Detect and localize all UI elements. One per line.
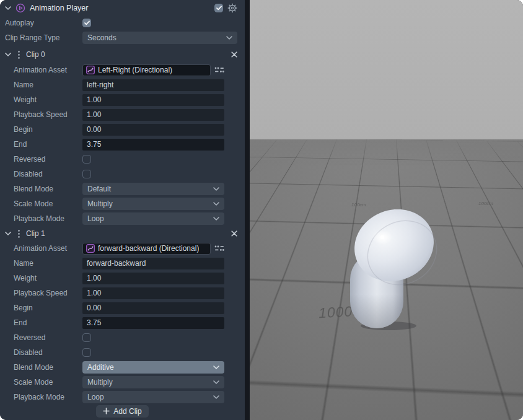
disabled-checkbox[interactable] — [82, 170, 91, 178]
drag-handle-icon[interactable] — [18, 51, 20, 59]
chevron-down-icon — [213, 365, 219, 369]
close-icon[interactable] — [231, 230, 237, 237]
animation-asset-value: forward-backward (Directional) — [98, 244, 199, 253]
clip-section-0: Clip 0 Animation Asset Left-Right (Direc… — [0, 46, 245, 226]
chevron-down-icon — [226, 36, 232, 40]
blend-mode-select[interactable]: Additive — [82, 361, 224, 374]
end-row: End — [0, 137, 245, 152]
scale-mode-value: Multiply — [87, 199, 113, 208]
gear-icon[interactable] — [227, 3, 237, 13]
viewport-sky — [250, 0, 523, 139]
chevron-down-icon — [213, 202, 219, 206]
field-label: Reversed — [14, 155, 82, 164]
animation-asset-field[interactable]: Left-Right (Directional) — [82, 64, 211, 76]
weight-row: Weight — [0, 92, 245, 107]
blend-mode-row: Blend Mode Additive — [0, 360, 245, 375]
app-window: Animation Player Autoplay Clip Range Typ… — [0, 0, 523, 420]
field-label: Name — [14, 259, 82, 268]
reversed-checkbox[interactable] — [82, 155, 91, 164]
animation-asset-field[interactable]: forward-backward (Directional) — [82, 243, 211, 255]
animation-asset-icon — [86, 66, 95, 74]
reversed-row: Reversed — [0, 330, 245, 345]
viewport-3d[interactable]: 100cm 100cm 1000cm — [250, 0, 523, 420]
autoplay-checkbox[interactable] — [82, 19, 91, 27]
field-label: Disabled — [14, 170, 82, 178]
reversed-checkbox[interactable] — [82, 333, 91, 342]
blend-mode-value: Additive — [87, 363, 114, 372]
name-input[interactable] — [82, 258, 224, 269]
field-label: Playback Mode — [14, 214, 82, 223]
end-input[interactable] — [82, 139, 224, 151]
playback-mode-value: Loop — [87, 393, 104, 401]
field-label: Reversed — [14, 333, 82, 342]
scale-mode-value: Multiply — [87, 378, 113, 387]
begin-input[interactable] — [82, 302, 224, 314]
close-icon[interactable] — [231, 51, 237, 58]
disabled-checkbox[interactable] — [82, 348, 91, 357]
clip-range-type-label: Clip Range Type — [5, 33, 82, 42]
horizon-fade — [250, 139, 523, 165]
name-row: Name — [0, 256, 245, 271]
disabled-row: Disabled — [0, 345, 245, 360]
add-clip-button[interactable]: Add Clip — [96, 405, 148, 418]
begin-row: Begin — [0, 300, 245, 315]
drag-handle-icon[interactable] — [18, 230, 20, 238]
clip-range-type-row: Clip Range Type Seconds — [0, 30, 245, 45]
begin-input[interactable] — [82, 124, 224, 136]
scale-mode-select[interactable]: Multiply — [82, 198, 224, 210]
playback-speed-row: Playback Speed — [0, 107, 245, 122]
scale-mode-row: Scale Mode Multiply — [0, 375, 245, 390]
field-label: Playback Speed — [14, 289, 82, 297]
playback-mode-select[interactable]: Loop — [82, 212, 224, 225]
chevron-down-icon — [213, 187, 219, 191]
playback-mode-select[interactable]: Loop — [82, 391, 224, 403]
asset-settings-icon[interactable] — [214, 245, 224, 252]
chevron-down-icon[interactable] — [5, 232, 11, 235]
scale-mode-select[interactable]: Multiply — [82, 376, 224, 388]
clip-range-type-select[interactable]: Seconds — [82, 32, 237, 44]
blend-mode-row: Blend Mode Default — [0, 182, 245, 196]
animation-asset-value: Left-Right (Directional) — [98, 66, 172, 74]
asset-settings-icon[interactable] — [214, 66, 224, 74]
weight-input[interactable] — [82, 94, 224, 106]
begin-row: Begin — [0, 122, 245, 137]
blend-mode-value: Default — [87, 185, 111, 193]
blend-mode-select[interactable]: Default — [82, 183, 224, 195]
clip-0-header: Clip 0 — [0, 46, 245, 63]
chevron-down-icon — [213, 395, 219, 399]
chevron-down-icon — [213, 217, 219, 221]
field-label: Playback Mode — [14, 393, 82, 401]
weight-input[interactable] — [82, 273, 224, 284]
end-input[interactable] — [82, 317, 224, 329]
field-label: Begin — [14, 304, 82, 312]
clip-title: Clip 0 — [26, 50, 45, 59]
playback-speed-input[interactable] — [82, 109, 224, 121]
animation-asset-icon — [86, 244, 95, 253]
panel-title: Animation Player — [30, 4, 89, 12]
field-label: End — [14, 318, 82, 327]
clip-title: Clip 1 — [26, 229, 45, 238]
add-clip-row: Add Clip — [0, 405, 245, 417]
name-input[interactable] — [82, 79, 224, 91]
component-enabled-checkbox[interactable] — [214, 4, 223, 12]
playback-mode-row: Playback Mode Loop — [0, 390, 245, 405]
autoplay-label: Autoplay — [5, 19, 82, 27]
field-label: Weight — [14, 274, 82, 282]
field-label: Playback Speed — [14, 110, 82, 119]
disabled-row: Disabled — [0, 167, 245, 182]
playback-mode-row: Playback Mode Loop — [0, 211, 245, 226]
playback-mode-value: Loop — [87, 214, 104, 223]
field-label: Blend Mode — [14, 363, 82, 372]
add-clip-label: Add Clip — [113, 407, 141, 416]
chevron-down-icon[interactable] — [5, 6, 11, 10]
animation-asset-row: Animation Asset forward-backward (Direct… — [0, 241, 245, 256]
chevron-down-icon[interactable] — [5, 53, 11, 56]
animation-player-panel: Animation Player Autoplay Clip Range Typ… — [0, 0, 245, 420]
panel-resize-divider[interactable] — [245, 0, 250, 420]
chevron-down-icon — [213, 380, 219, 384]
field-label: Animation Asset — [14, 66, 82, 74]
playback-speed-input[interactable] — [82, 287, 224, 299]
page: Animation Player Autoplay Clip Range Typ… — [0, 0, 523, 420]
name-row: Name — [0, 77, 245, 92]
field-label: Begin — [14, 125, 82, 134]
